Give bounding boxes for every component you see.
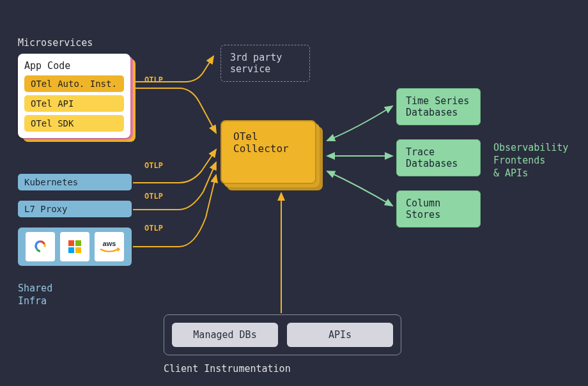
third-party-box: 3rd party service [220,45,310,82]
third-party-line2: service [230,63,300,75]
svg-rect-3 [75,247,81,253]
timeseries-db-box: Time Series Databases [396,88,481,125]
column-line2: Stores [406,209,471,220]
observability-label-2: Frontends [493,155,545,166]
otlp-label-3: OTLP [144,192,163,201]
otlp-label-2: OTLP [144,161,163,170]
trace-line2: Databases [406,158,471,169]
collector-line1: OTel [233,130,304,143]
column-stores-box: Column Stores [396,190,481,228]
shared-infra-label-2: Infra [18,295,47,307]
third-party-line1: 3rd party [230,52,300,63]
otlp-label-4: OTLP [144,224,163,233]
microservices-label: Microservices [18,37,93,49]
column-line1: Column [406,197,471,209]
appcode-item-autoinst: OTel Auto. Inst. [24,75,124,92]
apis-box: APIs [287,323,393,347]
collector-box: OTel Collector [220,120,316,184]
trace-line1: Trace [406,146,471,158]
appcode-title: App Code [24,60,124,72]
otlp-label-1: OTLP [144,75,163,84]
appcode-item-api: OTel API [24,95,124,112]
client-instrumentation-box: Managed DBs APIs [164,314,401,355]
managed-dbs-box: Managed DBs [172,323,278,347]
svg-rect-0 [68,240,74,246]
svg-rect-2 [68,247,74,253]
gcp-icon [26,232,55,261]
azure-icon [60,232,89,261]
timeseries-line1: Time Series [406,95,471,107]
cloud-providers-box: aws [18,228,132,266]
aws-icon: aws [95,232,124,261]
collector-line2: Collector [233,143,304,155]
l7proxy-box: L7 Proxy [18,201,132,217]
observability-label-3: & APIs [493,167,528,179]
observability-label-1: Observability [493,142,568,153]
svg-text:aws: aws [103,240,116,247]
appcode-item-sdk: OTel SDK [24,115,124,132]
trace-db-box: Trace Databases [396,139,481,176]
appcode-card: App Code OTel Auto. Inst. OTel API OTel … [18,54,130,138]
kubernetes-box: Kubernetes [18,174,132,190]
client-instrumentation-label: Client Instrumentation [164,363,291,374]
shared-infra-label-1: Shared [18,282,52,294]
svg-rect-1 [75,240,81,246]
timeseries-line2: Databases [406,107,471,118]
